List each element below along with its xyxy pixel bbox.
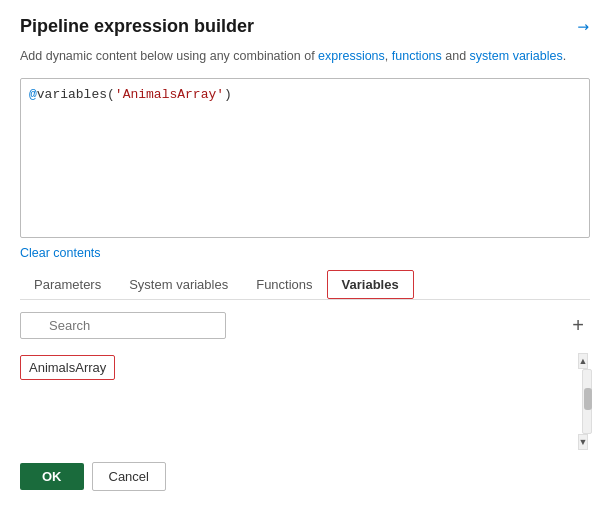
scrollbar-track: [582, 369, 592, 434]
expr-string: 'AnimalsArray': [115, 87, 224, 102]
tab-system-variables[interactable]: System variables: [115, 270, 242, 299]
pipeline-expression-builder-dialog: Pipeline expression builder ↗ Add dynami…: [0, 0, 610, 507]
clear-contents-link[interactable]: Clear contents: [20, 246, 590, 260]
scrollbar: ▲ ▼: [578, 353, 590, 450]
dialog-subtitle: Add dynamic content below using any comb…: [20, 47, 590, 66]
search-wrapper: 🔍: [20, 312, 560, 339]
scrollbar-up[interactable]: ▲: [578, 353, 588, 369]
subtitle-prefix: Add dynamic content below using any comb…: [20, 49, 318, 63]
expressions-link[interactable]: expressions: [318, 49, 385, 63]
tab-functions[interactable]: Functions: [242, 270, 326, 299]
scrollbar-down[interactable]: ▼: [578, 434, 588, 450]
expr-paren-close: ): [224, 87, 232, 102]
tab-parameters[interactable]: Parameters: [20, 270, 115, 299]
cancel-button[interactable]: Cancel: [92, 462, 166, 491]
expand-icon[interactable]: ↗: [574, 17, 594, 37]
dialog-title: Pipeline expression builder: [20, 16, 254, 37]
functions-link[interactable]: functions: [392, 49, 442, 63]
expr-at: @: [29, 87, 37, 102]
dialog-header: Pipeline expression builder ↗: [20, 16, 590, 37]
tab-variables[interactable]: Variables: [327, 270, 414, 299]
expr-paren-open: (: [107, 87, 115, 102]
search-row: 🔍 +: [20, 312, 590, 339]
expr-func: variables: [37, 87, 107, 102]
tabs-bar: Parameters System variables Functions Va…: [20, 270, 590, 300]
ok-button[interactable]: OK: [20, 463, 84, 490]
variables-list: AnimalsArray: [20, 353, 574, 413]
subtitle-suffix: .: [563, 49, 566, 63]
expression-code: @variables('AnimalsArray'): [29, 87, 232, 102]
expression-textarea[interactable]: @variables('AnimalsArray'): [20, 78, 590, 238]
variables-list-area: AnimalsArray ▲ ▼: [20, 353, 590, 450]
list-item[interactable]: AnimalsArray: [20, 355, 115, 380]
system-variables-link[interactable]: system variables: [470, 49, 563, 63]
scrollbar-thumb[interactable]: [584, 388, 592, 410]
add-button[interactable]: +: [566, 313, 590, 337]
footer-actions: OK Cancel: [20, 462, 590, 491]
search-input[interactable]: [20, 312, 226, 339]
